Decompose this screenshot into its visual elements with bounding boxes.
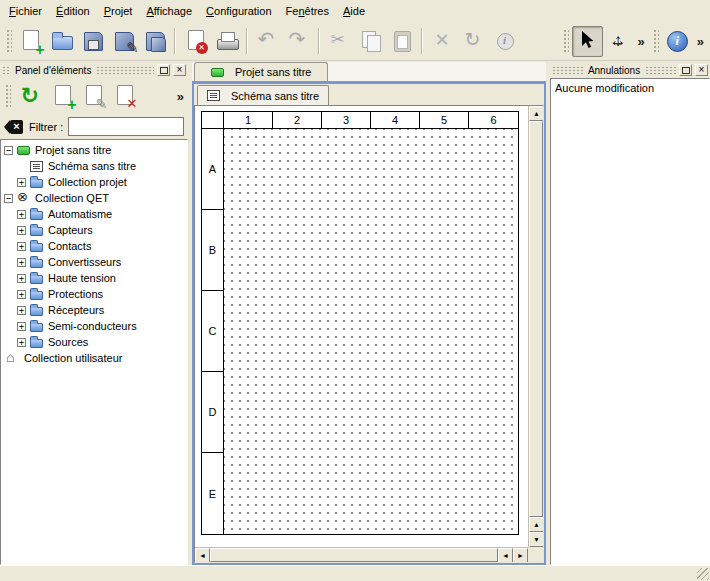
expander-icon[interactable]: + (17, 290, 26, 299)
scroll-down-button[interactable] (529, 532, 544, 547)
project-subwindow: Schéma sans titre 123456ABCDE (192, 82, 546, 565)
diagram-grid-area[interactable] (224, 129, 518, 534)
tab-schema[interactable]: Schéma sans titre (197, 85, 329, 105)
column-header: 6 (469, 112, 518, 129)
menu-affichage[interactable]: Affichage (139, 0, 199, 22)
tree-item-automatisme[interactable]: +Automatisme (1, 206, 187, 222)
copy-button[interactable] (355, 26, 386, 57)
filter-input[interactable] (68, 117, 184, 136)
scroll-right-button[interactable] (513, 548, 528, 563)
expander-icon[interactable]: + (17, 258, 26, 267)
print-button[interactable] (211, 26, 242, 57)
expander-icon[interactable]: − (4, 194, 13, 203)
tab-project[interactable]: Projet sans titre (194, 62, 328, 81)
help-overflow-button[interactable]: » (693, 34, 708, 49)
rotate-button[interactable] (458, 26, 489, 57)
expander-icon[interactable]: + (17, 210, 26, 219)
tree-item-collection-qet[interactable]: −Collection QET (1, 190, 187, 206)
save-all-button[interactable] (139, 26, 170, 57)
elements-panel-titlebar[interactable]: Panel d'éléments (0, 62, 188, 78)
scroll-up-button[interactable] (529, 106, 544, 121)
tree-item-semi-conducteurs[interactable]: +Semi-conducteurs (1, 318, 187, 334)
copy-icon (359, 29, 383, 53)
expander-icon[interactable]: + (17, 306, 26, 315)
tree-item-sources[interactable]: +Sources (1, 334, 187, 350)
tree-item-haute-tension[interactable]: +Haute tension (1, 270, 187, 286)
column-header: 2 (273, 112, 322, 129)
menu-fichier[interactable]: Fichier (2, 0, 49, 22)
tree-item-label: Semi-conducteurs (48, 320, 137, 332)
about-button[interactable] (662, 26, 693, 57)
clear-filter-icon[interactable] (4, 120, 24, 134)
tools-toolbar-drag-handle[interactable] (562, 28, 569, 54)
dock-grip[interactable] (2, 66, 10, 75)
menu-fenetres[interactable]: Fenêtres (279, 0, 336, 22)
new-project-button[interactable] (15, 26, 46, 57)
tree-item-contacts[interactable]: +Contacts (1, 238, 187, 254)
pan-tool-button[interactable] (603, 26, 634, 57)
schema-view[interactable]: 123456ABCDE (194, 105, 544, 563)
expander-icon[interactable]: + (17, 242, 26, 251)
tree-item-collection-utilisateur[interactable]: Collection utilisateur (1, 350, 187, 366)
new-element-button[interactable] (47, 81, 78, 112)
close-project-button[interactable] (180, 26, 211, 57)
expander-icon[interactable]: + (17, 322, 26, 331)
dock-grip[interactable] (96, 66, 154, 75)
undo-button[interactable] (252, 26, 283, 57)
open-project-button[interactable] (46, 26, 77, 57)
scroll-left-button[interactable] (498, 548, 513, 563)
menu-projet[interactable]: Projet (97, 0, 140, 22)
paste-button[interactable] (386, 26, 417, 57)
expander-icon[interactable]: + (17, 178, 26, 187)
expander-icon[interactable]: + (17, 226, 26, 235)
menu-edition[interactable]: Édition (49, 0, 97, 22)
save-button[interactable] (77, 26, 108, 57)
elements-tree[interactable]: −Projet sans titreSchéma sans titre+Coll… (0, 139, 188, 565)
tree-item-schema-sans-titre[interactable]: Schéma sans titre (1, 158, 187, 174)
tree-item-collection-projet[interactable]: +Collection projet (1, 174, 187, 190)
schema-canvas[interactable]: 123456ABCDE (195, 106, 528, 547)
elements-toolbar-drag-handle[interactable] (4, 83, 11, 109)
close-dock-button[interactable] (173, 64, 186, 76)
tree-item-capteurs[interactable]: +Capteurs (1, 222, 187, 238)
expander-icon[interactable]: + (17, 274, 26, 283)
menu-configuration[interactable]: Configuration (199, 0, 278, 22)
dock-grip[interactable] (552, 66, 583, 75)
cut-button[interactable] (324, 26, 355, 57)
redo-button[interactable] (283, 26, 314, 57)
help-toolbar-drag-handle[interactable] (652, 28, 659, 54)
delete-element-button[interactable] (109, 81, 140, 112)
scroll-up-button[interactable] (529, 517, 544, 532)
tree-item-protections[interactable]: +Protections (1, 286, 187, 302)
undo-panel-titlebar[interactable]: Annulations (550, 62, 710, 78)
delete-button[interactable] (427, 26, 458, 57)
edit-element-button[interactable] (78, 81, 109, 112)
vertical-scroll-thumb[interactable] (529, 121, 543, 517)
select-tool-button[interactable] (572, 26, 603, 57)
float-dock-button[interactable] (679, 64, 692, 76)
vertical-scrollbar[interactable] (528, 106, 543, 547)
undo-panel-dock: Annulations Aucune modification (550, 62, 710, 565)
horizontal-scrollbar[interactable] (195, 547, 528, 562)
schema-tab-label: Schéma sans titre (231, 90, 319, 102)
reload-collections-button[interactable] (16, 81, 47, 112)
properties-button[interactable] (489, 26, 520, 57)
scroll-left-button[interactable] (195, 548, 210, 563)
tree-item-recepteurs[interactable]: +Récepteurs (1, 302, 187, 318)
dock-grip[interactable] (645, 66, 676, 75)
menu-aide[interactable]: Aide (336, 0, 372, 22)
tree-indent (4, 326, 17, 327)
undo-list[interactable]: Aucune modification (550, 78, 710, 565)
float-dock-button[interactable] (157, 64, 170, 76)
toolbar-drag-handle[interactable] (5, 28, 12, 54)
expander-icon[interactable]: − (4, 146, 13, 155)
tools-overflow-button[interactable]: » (634, 34, 649, 49)
save-as-button[interactable] (108, 26, 139, 57)
resize-grip-icon[interactable] (697, 568, 709, 580)
tree-item-convertisseurs[interactable]: +Convertisseurs (1, 254, 187, 270)
tree-item-projet-sans-titre[interactable]: −Projet sans titre (1, 142, 187, 158)
close-dock-button[interactable] (695, 64, 708, 76)
elements-overflow-button[interactable]: » (173, 89, 187, 104)
horizontal-scroll-thumb[interactable] (210, 548, 498, 562)
expander-icon[interactable]: + (17, 338, 26, 347)
